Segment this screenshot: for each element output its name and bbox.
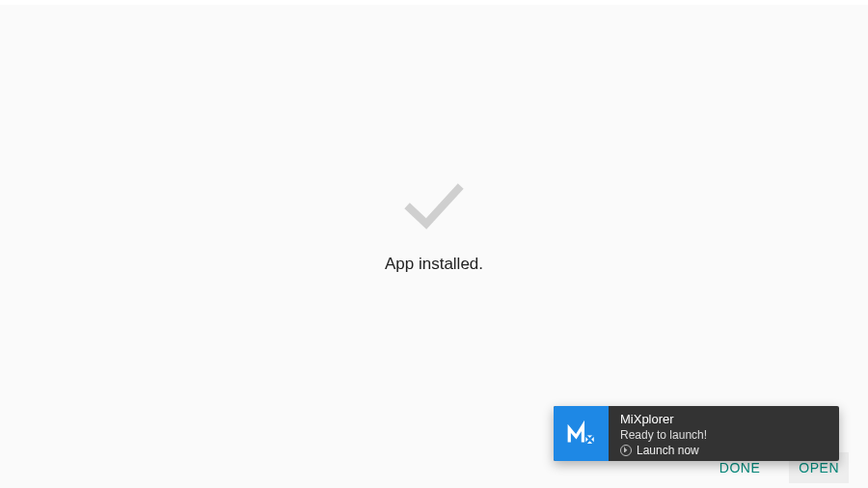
notification-action-label: Launch now [637,444,699,457]
mixplorer-logo-icon [565,418,598,450]
launch-now-icon: ⏵ [620,445,632,456]
launch-notification[interactable]: MiXplorer Ready to launch! ⏵ Launch now [554,406,839,461]
notification-subtitle: Ready to launch! [620,428,827,443]
install-status-text: App installed. [385,255,483,274]
main-content: App installed. [0,5,868,448]
notification-body: MiXplorer Ready to launch! ⏵ Launch now [609,406,839,461]
notification-action[interactable]: ⏵ Launch now [620,444,827,457]
notification-title: MiXplorer [620,412,827,427]
notification-app-icon [554,406,609,461]
check-success-icon [400,179,468,233]
